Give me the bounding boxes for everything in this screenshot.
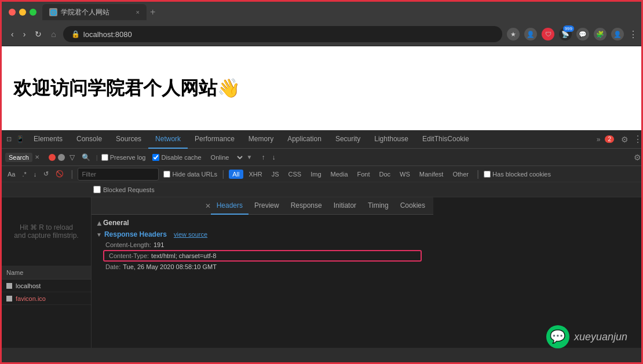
filter-type-doc[interactable]: Doc: [376, 170, 394, 179]
search-requests-icon[interactable]: 🔍: [79, 152, 93, 163]
more-tabs-button[interactable]: »: [597, 135, 601, 144]
browser-tab[interactable]: 🌐 学院君个人网站 ×: [42, 4, 147, 20]
filter-input-wrap[interactable]: [78, 168, 159, 181]
has-blocked-cookies-label: Has blocked cookies: [492, 171, 551, 178]
search-close-icon[interactable]: ✕: [35, 154, 39, 160]
export-har-icon[interactable]: ↓: [269, 152, 277, 163]
settings-gear-icon[interactable]: ⚙: [621, 135, 629, 144]
filter-type-other[interactable]: Other: [449, 170, 472, 179]
tab-network[interactable]: Network: [148, 130, 188, 149]
traffic-light-yellow[interactable]: [19, 9, 26, 16]
request-name-localhost: localhost: [16, 282, 86, 289]
preserve-log-label: Preserve log: [110, 154, 146, 161]
tab-editthiscookie[interactable]: EditThisCookie: [415, 130, 476, 149]
filter-icon[interactable]: ▽: [67, 152, 77, 163]
import-har-icon[interactable]: ↑: [259, 152, 267, 163]
block-icon[interactable]: 🚫: [53, 170, 66, 178]
network-settings-icon[interactable]: ⚙: [634, 153, 641, 162]
devtools-mobile-icon[interactable]: 📱: [16, 135, 24, 143]
tab-close-button[interactable]: ×: [136, 9, 140, 16]
hide-data-urls-checkbox[interactable]: Hide data URLs: [163, 171, 217, 178]
tab-memory[interactable]: Memory: [242, 130, 280, 149]
new-tab-button[interactable]: +: [150, 7, 155, 17]
detail-tab-initiator[interactable]: Initiator: [328, 197, 362, 215]
filter-type-img[interactable]: Img: [307, 170, 324, 179]
regex-icon[interactable]: .*: [20, 171, 28, 178]
tab-security[interactable]: Security: [328, 130, 367, 149]
url-text: localhost:8080: [83, 30, 132, 39]
has-blocked-cookies-input[interactable]: [484, 171, 491, 178]
chat-icon[interactable]: 💬: [576, 28, 589, 41]
stop-button[interactable]: [58, 154, 65, 161]
tab-performance[interactable]: Performance: [188, 130, 242, 149]
devtools-inspect-icon[interactable]: ⊡: [6, 135, 12, 143]
star-icon[interactable]: ★: [507, 28, 520, 41]
detail-tab-preview[interactable]: Preview: [249, 197, 285, 215]
response-headers-title: Response Headers: [104, 230, 167, 238]
browser-toolbar: ★ 👤 🛡 📡 999 💬 🧩 👤 ⋮: [507, 28, 638, 41]
rss-icon[interactable]: 📡 999: [559, 28, 572, 41]
extensions-icon[interactable]: 🧩: [594, 28, 607, 41]
url-bar[interactable]: 🔒 localhost:8080: [63, 26, 502, 42]
preserve-log-input[interactable]: [101, 154, 108, 161]
disable-cache-input[interactable]: [152, 154, 159, 161]
avatar-icon[interactable]: 👤: [611, 28, 624, 41]
refresh-icon[interactable]: ↺: [41, 170, 51, 178]
date-value: Tue, 26 May 2020 08:58:10 GMT: [123, 263, 217, 270]
tab-lighthouse[interactable]: Lighthouse: [367, 130, 415, 149]
back-button[interactable]: ‹: [9, 28, 16, 40]
record-button[interactable]: [49, 154, 56, 161]
devtools-tabs: ⊡ 📱 Elements Console Sources Network Per…: [2, 130, 643, 149]
filter-input[interactable]: [82, 171, 155, 178]
traffic-light-red[interactable]: [9, 9, 16, 16]
disable-cache-checkbox[interactable]: Disable cache: [152, 154, 201, 161]
detail-content: ▶ General ▼ Response Headers view source…: [92, 215, 433, 348]
page-content: 欢迎访问学院君个人网站👋: [2, 46, 643, 130]
has-blocked-cookies-checkbox[interactable]: Has blocked cookies: [484, 171, 551, 178]
search-button[interactable]: Search: [5, 153, 32, 162]
content-type-header: Content-Type: text/html; charset=utf-8: [103, 250, 422, 262]
content-length-key: Content-Length:: [105, 241, 151, 248]
request-item-favicon[interactable]: favicon.ico: [2, 292, 91, 305]
filter-type-js[interactable]: JS: [268, 170, 283, 179]
detail-close-button[interactable]: ✕: [205, 202, 211, 210]
home-button[interactable]: ⌂: [49, 28, 58, 40]
filter-type-all[interactable]: All: [229, 170, 243, 179]
error-badge: 2: [605, 135, 614, 143]
content-type-key: Content-Type:: [109, 252, 149, 259]
request-item-localhost[interactable]: localhost: [2, 280, 91, 292]
reload-button[interactable]: ↻: [32, 28, 44, 40]
blocked-requests-checkbox[interactable]: Blocked Requests: [93, 186, 155, 193]
shield-icon[interactable]: 🛡: [542, 28, 554, 41]
search-next-icon[interactable]: ↓: [31, 171, 39, 178]
content-length-header: Content-Length: 191: [92, 240, 433, 249]
forward-button[interactable]: ›: [21, 28, 28, 40]
blocked-requests-input[interactable]: [93, 186, 101, 193]
filter-type-ws[interactable]: WS: [396, 170, 414, 179]
filter-type-css[interactable]: CSS: [285, 170, 305, 179]
devtools-dots-icon[interactable]: ⋮: [633, 134, 642, 145]
detail-tab-timing[interactable]: Timing: [362, 197, 394, 215]
throttle-select[interactable]: Online Fast 3G Slow 3G Offline: [209, 153, 244, 161]
tab-console[interactable]: Console: [70, 130, 109, 149]
filter-type-manifest[interactable]: Manifest: [416, 170, 447, 179]
menu-button[interactable]: ⋮: [629, 29, 638, 40]
detail-tab-cookies[interactable]: Cookies: [394, 197, 431, 215]
filter-type-font[interactable]: Font: [354, 170, 374, 179]
traffic-light-green[interactable]: [30, 9, 36, 16]
hide-data-urls-input[interactable]: [163, 171, 170, 178]
filter-type-media[interactable]: Media: [327, 170, 352, 179]
general-section-header[interactable]: ▶ General: [92, 217, 433, 229]
tab-elements[interactable]: Elements: [27, 130, 70, 149]
response-headers-section-header[interactable]: ▼ Response Headers view source: [92, 229, 433, 240]
view-source-link[interactable]: view source: [174, 231, 207, 238]
detail-tab-response[interactable]: Response: [285, 197, 328, 215]
preserve-log-checkbox[interactable]: Preserve log: [101, 154, 146, 161]
filter-type-xhr[interactable]: XHR: [246, 170, 266, 179]
detail-tab-headers[interactable]: Headers: [211, 197, 249, 215]
profile-icon[interactable]: 👤: [524, 28, 537, 41]
case-sensitive-icon[interactable]: Aa: [5, 171, 17, 178]
request-color-favicon: [6, 296, 12, 302]
tab-application[interactable]: Application: [280, 130, 328, 149]
tab-sources[interactable]: Sources: [109, 130, 148, 149]
